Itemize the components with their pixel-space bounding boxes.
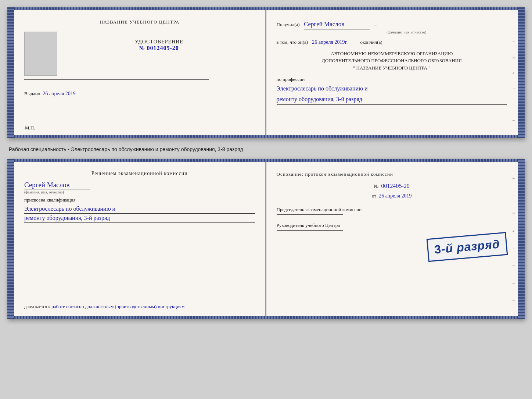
qualification-block: Электрослесарь по обслуживанию и ремонту… (24, 204, 255, 223)
chairman-label: Председатель экзаменационной комиссии (277, 206, 507, 213)
cert-number-block: УДОСТОВЕРЕНИЕ № 0012405-20 (63, 39, 255, 51)
document-container: НАЗВАНИЕ УЧЕБНОГО ЦЕНТРА УДОСТОВЕРЕНИЕ №… (7, 7, 525, 321)
received-label: Получил(а) (277, 22, 300, 27)
qualification-line2: ремонту оборудования, 3-й разряд (24, 214, 255, 223)
side-letter-4: а (513, 71, 517, 75)
bottom-side-letter-8: – (513, 298, 517, 302)
sig-line-1 (24, 226, 98, 226)
protocol-number-block: № 0012405-20 (277, 181, 507, 191)
qualification-line1: Электрослесарь по обслуживанию и (24, 204, 255, 214)
chairman-block: Председатель экзаменационной комиссии (277, 206, 507, 215)
profession-line2: ремонту оборудования, 3-й разряд (277, 95, 507, 105)
booklet-inner-bottom: Решением экзаменационной комиссии Сергей… (14, 162, 518, 316)
chairman-sig-line (277, 214, 343, 215)
profession-line1: Электрослесарь по обслуживанию и (277, 84, 507, 94)
bottom-side-letter-1: – (513, 176, 517, 180)
bottom-border-deco (14, 135, 518, 138)
bottom-booklet: Решением экзаменационной комиссии Сергей… (7, 159, 525, 319)
side-letter-1: – (513, 23, 517, 28)
right-page-content: Получил(а) Сергей Маслов – (фамилия, имя… (277, 19, 507, 105)
protocol-date-block: от 26 апреля 2019 (277, 192, 507, 200)
name-sublabel: (фамилия, имя, отчество) (306, 29, 507, 35)
bottom-name-block: Сергей Маслов (фамилия, имя, отчество) (24, 181, 255, 194)
side-letters-top: – – и а ← – – (513, 18, 517, 128)
bottom-right-page: Основание: протокол экзаменационной коми… (266, 162, 518, 316)
admitted-label: допускается к (24, 304, 50, 309)
finished-label: окончил(а) (360, 39, 382, 45)
issued-block: Выдано 26 апреля 2019 (24, 91, 255, 97)
side-letter-2: – (513, 39, 517, 43)
left-border-deco (7, 7, 14, 138)
issued-date: 26 апреля 2019 (42, 91, 86, 97)
profession-label: по профессии (277, 76, 507, 83)
description-line: Рабочая специальность - Электрослесарь п… (7, 144, 525, 154)
org-quote-close: " (428, 65, 430, 71)
bottom-side-letter-5: ← (513, 246, 517, 250)
issued-label: Выдано (24, 91, 40, 96)
side-letter-7: – (513, 118, 517, 122)
training-center-title: НАЗВАНИЕ УЧЕБНОГО ЦЕНТРА (24, 19, 255, 25)
bottom-side-letter-3: и (513, 211, 517, 215)
mp-label: М.П. (25, 125, 35, 131)
recipient-name: Сергей Маслов (304, 19, 370, 29)
side-letter-5: ← (513, 86, 517, 91)
top-left-page: НАЗВАНИЕ УЧЕБНОГО ЦЕНТРА УДОСТОВЕРЕНИЕ №… (14, 10, 266, 135)
side-letter-6: – (513, 102, 517, 107)
photo-placeholder (24, 32, 57, 76)
decision-text: Решением экзаменационной комиссии (24, 171, 255, 177)
bottom-left-border-deco (7, 159, 14, 319)
sig-line-2 (24, 230, 98, 230)
bottom-side-letter-6: – (513, 263, 517, 267)
in-that-label: в том, что он(а) (277, 39, 308, 45)
top-right-page: Получил(а) Сергей Маслов – (фамилия, имя… (266, 10, 518, 135)
top-booklet: НАЗВАНИЕ УЧЕБНОГО ЦЕНТРА УДОСТОВЕРЕНИЕ №… (7, 7, 525, 138)
rukovoditel-sig-line (277, 230, 343, 231)
bottom-right-border-deco (518, 159, 525, 319)
bottom-name-sublabel: (фамилия, имя, отчество) (24, 190, 255, 194)
side-letter-3: и (513, 55, 517, 59)
cert-number-prefix: № (139, 45, 145, 51)
top-border-deco (14, 7, 518, 10)
org-quote-open: " (353, 65, 355, 71)
bottom-side-letter-4: а (513, 228, 517, 232)
protocol-number: 0012405-20 (381, 183, 409, 189)
cert-number: 0012405-20 (147, 45, 179, 51)
booklet-inner-top: НАЗВАНИЕ УЧЕБНОГО ЦЕНТРА УДОСТОВЕРЕНИЕ №… (14, 10, 518, 135)
in-that-line: в том, что он(а) 26 апреля 2019г. окончи… (277, 38, 507, 47)
basis-label: Основание: протокол экзаменационной коми… (277, 171, 507, 178)
rukovoditel-block: Руководитель учебного Центра (277, 222, 507, 231)
rukovoditel-label: Руководитель учебного Центра (277, 222, 507, 229)
bottom-left-page: Решением экзаменационной комиссии Сергей… (14, 162, 266, 316)
bottom-top-border-deco (14, 159, 518, 162)
org-line2: ДОПОЛНИТЕЛЬНОГО ПРОФЕССИОНАЛЬНОГО ОБРАЗО… (277, 57, 507, 64)
stamp: 3-й разряд (427, 232, 508, 262)
org-name-line: " НАЗВАНИЕ УЧЕБНОГО ЦЕНТРА " (277, 64, 507, 72)
admitted-text: работе согласно должностным (производств… (51, 304, 184, 309)
from-label: от (372, 193, 376, 199)
date-completed: 26 апреля 2019г. (312, 38, 356, 47)
bottom-bottom-border-deco (14, 316, 518, 319)
dash: – (374, 22, 377, 27)
protocol-number-prefix: № (374, 184, 378, 189)
assigned-text: присвоена квалификация (24, 197, 255, 203)
org-name: НАЗВАНИЕ УЧЕБНОГО ЦЕНТРА (356, 65, 427, 71)
cert-number-line: № 0012405-20 (63, 45, 255, 51)
bottom-recipient-name: Сергей Маслов (24, 181, 90, 189)
basis-block: Основание: протокол экзаменационной коми… (277, 171, 507, 231)
right-border-deco (518, 7, 525, 138)
bottom-side-letter-7: – (513, 281, 517, 285)
profession-block: по профессии Электрослесарь по обслужива… (277, 76, 507, 105)
received-line: Получил(а) Сергей Маслов – (фамилия, имя… (277, 19, 507, 35)
admitted-block: допускается к работе согласно должностны… (24, 304, 262, 310)
stamp-text: 3-й разряд (434, 237, 500, 256)
org-line1: АВТОНОМНУЮ НЕКОММЕРЧЕСКУЮ ОРГАНИЗАЦИЮ (277, 50, 507, 57)
protocol-date: 26 апреля 2019 (379, 193, 411, 199)
bottom-side-letter-2: – (513, 193, 517, 197)
org-block: АВТОНОМНУЮ НЕКОММЕРЧЕСКУЮ ОРГАНИЗАЦИЮ ДО… (277, 50, 507, 72)
side-letters-bottom: – – и а ← – – – (513, 169, 517, 309)
certificate-label: УДОСТОВЕРЕНИЕ (63, 39, 255, 45)
